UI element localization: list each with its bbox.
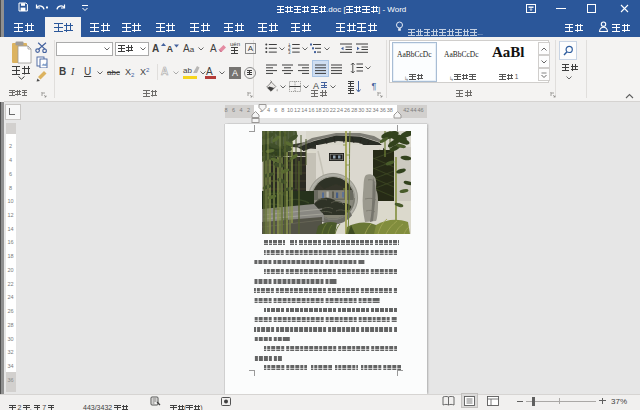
svg-text:3: 3 [288,49,291,53]
